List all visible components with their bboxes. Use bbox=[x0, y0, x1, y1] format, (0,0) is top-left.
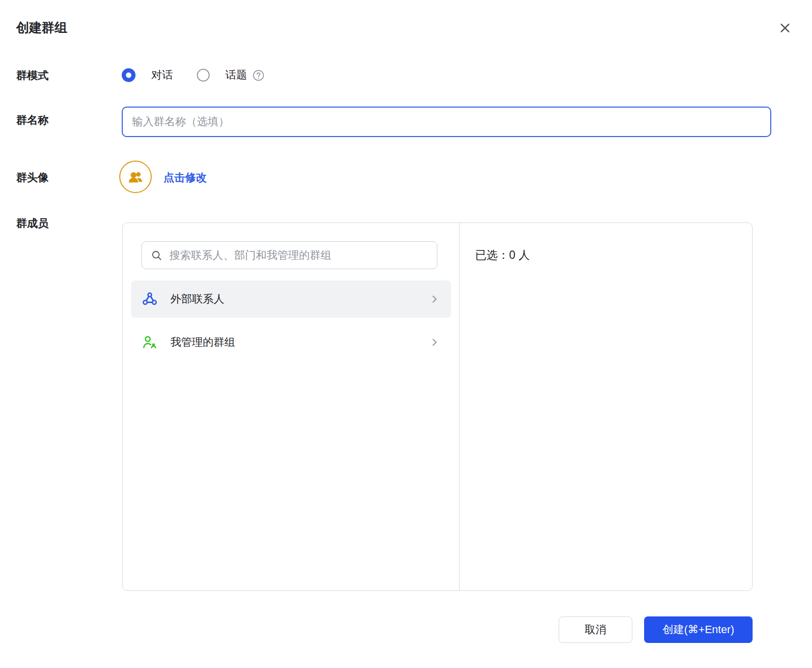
radio-selected-icon bbox=[122, 68, 135, 82]
create-button[interactable]: 创建(⌘+Enter) bbox=[644, 616, 753, 643]
close-icon bbox=[777, 20, 793, 36]
avatar-change-link[interactable]: 点击修改 bbox=[163, 171, 207, 184]
radio-option-label: 对话 bbox=[151, 68, 173, 82]
group-avatar-button[interactable] bbox=[119, 161, 152, 193]
group-mode-radio-group: 对话 话题 bbox=[122, 67, 264, 83]
external-contacts-icon bbox=[142, 291, 158, 307]
help-icon[interactable] bbox=[253, 70, 264, 81]
group-avatar-people-icon bbox=[127, 168, 144, 186]
category-external-contacts[interactable]: 外部联系人 bbox=[131, 280, 451, 318]
member-picker-panel: 外部联系人 我管理的群组 bbox=[122, 223, 753, 591]
chevron-right-icon bbox=[430, 294, 439, 304]
create-group-dialog: 创建群组 群模式 对话 话题 群名称 群头像 bbox=[0, 0, 812, 668]
member-search-input[interactable] bbox=[168, 249, 430, 262]
member-picker-source-pane: 外部联系人 我管理的群组 bbox=[123, 223, 460, 590]
selected-count-summary: 已选：0 人 bbox=[475, 248, 530, 262]
radio-option-label: 话题 bbox=[225, 68, 247, 82]
cancel-button[interactable]: 取消 bbox=[559, 616, 632, 643]
category-label: 我管理的群组 bbox=[170, 335, 235, 349]
group-name-label: 群名称 bbox=[16, 113, 49, 127]
group-members-label: 群成员 bbox=[16, 217, 49, 230]
chevron-right-icon bbox=[430, 337, 439, 347]
category-managed-groups[interactable]: 我管理的群组 bbox=[131, 324, 451, 361]
member-search-box bbox=[141, 241, 437, 269]
group-name-input[interactable] bbox=[122, 107, 771, 137]
managed-groups-icon bbox=[142, 334, 158, 350]
group-avatar-label: 群头像 bbox=[16, 171, 49, 184]
category-label: 外部联系人 bbox=[170, 292, 224, 306]
radio-option-topic[interactable]: 话题 bbox=[197, 68, 247, 82]
search-icon bbox=[150, 249, 163, 262]
radio-unselected-icon bbox=[197, 69, 210, 82]
radio-option-conversation[interactable]: 对话 bbox=[122, 68, 173, 82]
group-mode-label: 群模式 bbox=[16, 69, 49, 82]
dialog-title: 创建群组 bbox=[16, 20, 67, 35]
close-button[interactable] bbox=[774, 17, 796, 39]
